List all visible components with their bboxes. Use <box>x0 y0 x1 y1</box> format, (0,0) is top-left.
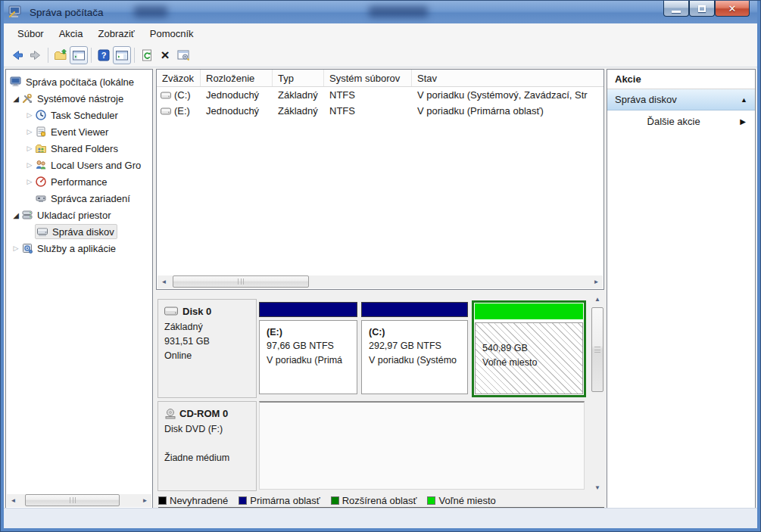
unallocated-swatch-icon <box>158 496 167 505</box>
export-list-button[interactable] <box>51 46 70 64</box>
tree-item-storage[interactable]: ◢ Ukladací priestor <box>6 207 152 223</box>
folder-export-icon <box>54 48 67 62</box>
collapsed-arrow-icon[interactable]: ▷ <box>24 145 35 152</box>
collapsed-arrow-icon[interactable]: ▷ <box>24 111 35 119</box>
partition-size: 97,66 GB NTFS <box>267 341 357 355</box>
collapse-group-icon[interactable]: ▲ <box>741 96 747 104</box>
refresh-button[interactable] <box>138 46 156 64</box>
volume-list-horizontal-scrollbar[interactable]: ◄ ► <box>158 275 603 288</box>
scrollbar-thumb[interactable] <box>25 494 120 506</box>
partition-name <box>482 329 582 343</box>
show-console-tree-button[interactable] <box>70 46 88 64</box>
tree-item-services-applications[interactable]: ▷ Služby a aplikácie <box>6 240 152 257</box>
title-bar[interactable]: Správa počítača ✕ <box>4 1 757 23</box>
scroll-right-arrow[interactable]: ► <box>590 275 603 288</box>
back-button[interactable] <box>8 46 27 64</box>
scroll-left-arrow[interactable]: ◄ <box>158 275 170 288</box>
tree-item-system-tools[interactable]: ◢ Systémové nástroje <box>6 90 152 107</box>
extended-partition-swatch-icon <box>331 496 339 505</box>
volume-row-e[interactable]: (E:) Jednoduchý Základný NTFS V poriadku… <box>157 103 603 119</box>
graph-vertical-scrollbar[interactable]: ▲ ▼ <box>591 293 604 494</box>
scrollbar-thumb[interactable] <box>591 307 603 392</box>
performance-icon <box>35 176 48 188</box>
storage-icon <box>21 209 34 221</box>
disk-graphical-view: Disk 0 Základný 931,51 GB Online (E:) 97… <box>156 293 604 494</box>
minimize-button[interactable] <box>663 1 689 17</box>
menu-action[interactable]: Akcia <box>51 25 91 42</box>
task-scheduler-icon <box>35 109 48 121</box>
show-action-pane-button[interactable] <box>113 46 131 64</box>
cdrom-info-cell[interactable]: CD-ROM 0 Disk DVD (F:) Žiadne médium <box>158 401 257 491</box>
maximize-button[interactable] <box>689 1 715 17</box>
tree-item-label: Local Users and Gro <box>51 160 141 171</box>
properties-button[interactable] <box>174 46 192 64</box>
cdrom-media-area[interactable] <box>259 401 585 490</box>
column-header-layout[interactable]: Rozloženie <box>201 70 273 86</box>
partition-e[interactable]: (E:) 97,66 GB NTFS V poriadku (Primá <box>259 302 357 394</box>
menu-file[interactable]: Súbor <box>10 25 51 42</box>
actions-group-disk-management[interactable]: Správa diskov ▲ <box>607 89 755 110</box>
column-header-volume[interactable]: Zväzok <box>157 70 201 86</box>
menu-bar: Súbor Akcia Zobraziť Pomocník <box>4 23 757 44</box>
tree-item-computer-management-root[interactable]: Správa počítača (lokálne <box>6 73 152 90</box>
tree-item-local-users-groups[interactable]: ▷ Local Users and Gro <box>6 157 152 173</box>
collapsed-arrow-icon[interactable]: ▷ <box>24 161 35 169</box>
tree-item-device-manager[interactable]: Správca zariadení <box>6 190 152 207</box>
partition-name: (C:) <box>369 327 467 341</box>
collapsed-arrow-icon[interactable]: ▷ <box>24 128 35 135</box>
primary-partition-swatch-icon <box>239 496 247 505</box>
tree-item-label: Shared Folders <box>51 143 118 154</box>
legend-item-primary-partition: Primárna oblasť <box>239 495 320 506</box>
collapsed-arrow-icon[interactable]: ▷ <box>11 244 21 252</box>
delete-x-icon: × <box>161 48 169 62</box>
delete-button[interactable]: × <box>156 46 174 64</box>
collapsed-arrow-icon[interactable]: ▷ <box>24 178 35 185</box>
tree-item-task-scheduler[interactable]: ▷ Task Scheduler <box>6 107 152 123</box>
help-button[interactable]: ? <box>95 46 113 64</box>
tree-item-label: Event Viewer <box>51 126 108 138</box>
disk-type: Základný <box>164 320 251 334</box>
tree-item-label: Performance <box>51 176 107 188</box>
cdrom-media: Disk DVD (F:) <box>164 422 251 437</box>
column-header-type[interactable]: Typ <box>273 70 324 86</box>
computer-icon <box>10 76 23 88</box>
scroll-up-arrow[interactable]: ▲ <box>591 293 604 306</box>
scrollbar-thumb[interactable] <box>173 275 309 288</box>
volume-type: Základný <box>273 89 324 101</box>
device-manager-icon <box>35 192 48 204</box>
tree-horizontal-scrollbar[interactable]: ◄ ► <box>7 494 151 507</box>
expanded-arrow-icon[interactable]: ◢ <box>11 211 21 219</box>
window-title: Správa počítača <box>30 7 104 18</box>
volume-type: Základný <box>273 105 324 117</box>
volume-icon <box>161 107 171 115</box>
free-space-size: 540,89 GB <box>482 343 582 357</box>
menu-view[interactable]: Zobraziť <box>91 25 142 42</box>
disk0-info-cell[interactable]: Disk 0 Základný 931,51 GB Online <box>158 299 257 398</box>
toolbar-separator <box>48 48 48 63</box>
free-space-swatch-icon <box>427 496 435 505</box>
volume-row-c[interactable]: (C:) Jednoduchý Základný NTFS V poriadku… <box>157 87 603 103</box>
partition-status: V poriadku (Systémo <box>369 355 467 369</box>
scroll-left-arrow[interactable]: ◄ <box>7 494 20 507</box>
free-space-region-selected[interactable]: 540,89 GB Voľné miesto <box>472 300 586 397</box>
column-header-filesystem[interactable]: Systém súborov <box>324 70 412 86</box>
services-icon <box>21 242 34 254</box>
scroll-down-arrow[interactable]: ▼ <box>591 481 604 494</box>
event-viewer-icon <box>35 126 48 138</box>
forward-button[interactable] <box>27 46 45 64</box>
tree-item-shared-folders[interactable]: ▷ Shared Folders <box>6 140 152 157</box>
expanded-arrow-icon[interactable]: ◢ <box>11 95 21 103</box>
menu-help[interactable]: Pomocník <box>142 25 201 42</box>
volume-filesystem: NTFS <box>324 105 412 117</box>
tree-item-disk-management[interactable]: Správa diskov <box>6 223 152 240</box>
tree-item-performance[interactable]: ▷ Performance <box>6 173 152 190</box>
partition-c[interactable]: (C:) 292,97 GB NTFS V poriadku (Systémo <box>361 302 468 394</box>
scroll-right-arrow[interactable]: ► <box>139 494 151 507</box>
console-tree-icon <box>72 48 86 62</box>
more-actions-item[interactable]: Ďalšie akcie ▶ <box>607 110 755 132</box>
column-header-status[interactable]: Stav <box>412 70 603 86</box>
hard-disk-icon <box>164 306 179 316</box>
tree-item-event-viewer[interactable]: ▷ Event Viewer <box>6 123 152 140</box>
close-button[interactable]: ✕ <box>715 1 750 17</box>
redacted-blur <box>369 6 428 17</box>
